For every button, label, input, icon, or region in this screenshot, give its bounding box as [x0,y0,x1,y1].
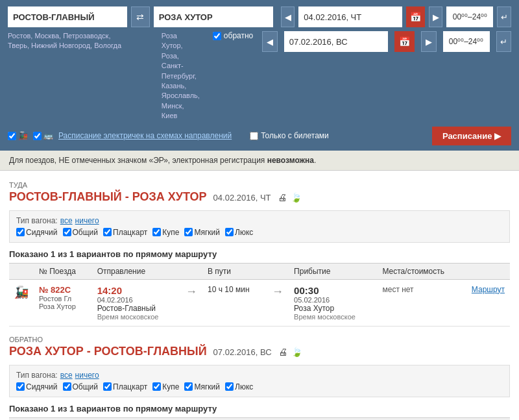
back-wc-platzkart[interactable]: Плацкарт [103,382,147,391]
th-arrive: Прибытие [289,263,377,279]
th-depart: Отправление [92,263,180,279]
back-wagon-type-all[interactable]: все [60,371,73,380]
to-station-input[interactable] [154,6,273,27]
forward-wc-kupe[interactable]: Купе [152,228,179,237]
notice-text3: . [314,156,316,165]
forward-wc-platzkart[interactable]: Плацкарт [103,228,147,237]
forward-wagon-filter: Тип вагона: все ничего Сидячий Общий Пла… [9,210,510,243]
next-date1-button[interactable]: ▶ [429,6,443,27]
back-th-arrow1 [182,417,204,420]
back-direction-label: ОБРАТНО [9,336,510,343]
forward-wc-obshchy[interactable]: Общий [63,228,99,237]
only-tickets-label[interactable]: Только с билетами [250,131,329,140]
forward-arrow1-0: → [180,279,202,326]
back-wagon-type-row: Тип вагона: все ничего [16,371,503,380]
forward-marshrut-link-0[interactable]: Маршрут [472,285,505,294]
forward-arrive-cell-0: 00:30 05.02.2016 Роза Хутор Время москов… [289,279,377,326]
forward-wagon-type-row: Тип вагона: все ничего [16,216,503,225]
date2-input[interactable] [284,31,388,52]
raspisanie-button[interactable]: Расписание ▶ [432,127,511,145]
back-wagon-type-label: Тип вагона: [16,371,58,380]
forward-wagon-checkboxes: Сидячий Общий Плацкарт Купе Мягкий Люкс [16,228,503,237]
forward-arrive-station-0: Роза Хутор [294,304,372,313]
th-arrow1 [180,263,202,279]
back-wagon-checkboxes: Сидячий Общий Плацкарт Купе Мягкий Люкс [16,382,503,391]
th-marshrut [466,263,510,279]
th-duration: В пути [202,263,267,279]
forward-arrive-tz-0: Время московское [294,313,372,321]
next-date2-button[interactable]: ▶ [421,31,436,52]
search-row1: ⇄ ◀ 📅 ▶ ↵ [8,6,511,27]
back-wc-obshchy[interactable]: Общий [63,382,99,391]
time1-input[interactable] [446,6,493,27]
forward-wc-luks[interactable]: Люкс [225,228,253,237]
forward-arrive-date-0: 05.02.2016 [294,296,372,304]
back-th-number: № Поезда [34,417,93,420]
back-wc-myagky[interactable]: Мягкий [184,382,220,391]
back-th-icon [9,417,34,420]
back-section: ОБРАТНО РОЗА ХУТОР - РОСТОВ-ГЛАВНЫЙ 07.0… [9,336,510,420]
forward-section: ТУДА РОСТОВ-ГЛАВНЫЙ - РОЗА ХУТОР 04.02.2… [9,181,510,327]
back-wagon-filter: Тип вагона: все ничего Сидячий Общий Пла… [9,365,510,397]
forward-mesta-0: мест нет [382,285,461,294]
back-wagon-type-nothing[interactable]: ничего [75,371,99,380]
back-th-mesta: Места/стоимость [376,417,466,420]
back-th-marshrut [466,417,510,420]
ebus-icon: 🚌 [43,131,53,140]
back-wc-kupe[interactable]: Купе [152,382,179,391]
swap-button[interactable]: ⇄ [131,6,150,27]
back-print-icon[interactable]: 🖨 [278,347,287,357]
forward-arrive-time-0: 00:30 [294,285,372,296]
forward-mesta-cell-0: мест нет [377,279,466,326]
forward-route-title: РОСТОВ-ГЛАВНЫЙ - РОЗА ХУТОР [9,190,207,204]
forward-train-num-0[interactable]: № 822С [39,285,87,295]
ebus-checkbox[interactable] [33,132,42,140]
forward-depart-tz-0: Время московское [97,313,175,321]
forward-wc-myagky[interactable]: Мягкий [184,228,220,237]
back-wc-sidyachy[interactable]: Сидячий [16,382,58,391]
cal2-button[interactable]: 📅 [394,31,415,52]
cal1-button[interactable]: 📅 [406,6,425,27]
to-hints: Роза Хутор, Роза, Санкт-Петербург, Казан… [162,31,200,121]
back-leaf-icon[interactable]: 🍃 [291,347,302,357]
forward-depart-station-0: Ростов-Главный [97,304,175,313]
prev-date2-button[interactable]: ◀ [262,31,277,52]
back-th-duration: В пути [204,417,264,420]
only-tickets-checkbox[interactable] [250,132,258,140]
prev-date1-button[interactable]: ◀ [281,6,295,27]
forward-leaf-icon[interactable]: 🍃 [291,192,302,203]
from-station-input[interactable] [8,6,127,27]
back-th-depart: Отправление [93,417,182,420]
forward-wagon-type-all[interactable]: все [60,216,73,225]
return1-button[interactable]: ↵ [497,6,511,27]
notice-bar: Для поездов, НЕ отмеченных значком «ЭР»,… [0,151,519,171]
forward-marshrut-cell-0: Маршрут [466,279,510,326]
schedule-link[interactable]: Расписание электричек на схемах направле… [58,131,232,140]
train-checkbox-label[interactable]: 🚂 [8,131,28,140]
train-checkbox[interactable] [8,132,16,140]
forward-depart-cell-0: 14:20 04.02.2016 Ростов-Главный Время мо… [92,279,180,326]
forward-duration-0: 10 ч 10 мин [208,285,261,294]
th-number: № Поезда [34,263,92,279]
time2-input[interactable] [443,31,490,52]
search-row2: Ростов, Москва, Петрозаводск, Тверь, Ниж… [8,31,511,121]
search-bar: ⇄ ◀ 📅 ▶ ↵ Ростов, Москва, Петрозаводск, … [0,0,519,151]
forward-table-header-row: № Поезда Отправление В пути Прибытие Мес… [9,263,510,279]
ebus-checkbox-label[interactable]: 🚌 [33,131,53,140]
forward-print-icon[interactable]: 🖨 [278,192,287,203]
obratno-checkbox[interactable] [213,32,221,40]
obratno-label: обратно [224,31,253,40]
main-content: ТУДА РОСТОВ-ГЛАВНЫЙ - РОЗА ХУТОР 04.02.2… [0,171,519,420]
return2-button[interactable]: ↵ [496,31,511,52]
forward-results-count: Показано 1 из 1 вариантов по прямому мар… [9,249,510,259]
forward-wagon-type-nothing[interactable]: ничего [75,216,99,225]
forward-wc-sidyachy[interactable]: Сидячий [16,228,58,237]
date1-input[interactable] [298,6,402,27]
forward-duration-cell-0: 10 ч 10 мин [202,279,267,326]
back-route-date: 07.02.2016, ВС [213,347,272,357]
back-train-table: № Поезда Отправление В пути Прибытие Мес… [9,417,510,420]
back-wc-luks[interactable]: Люкс [225,382,253,391]
back-th-arrow2 [264,417,286,420]
forward-train-to-0: Роза Хутор [39,303,87,310]
from-hints: Ростов, Москва, Петрозаводск, Тверь, Ниж… [8,31,128,51]
